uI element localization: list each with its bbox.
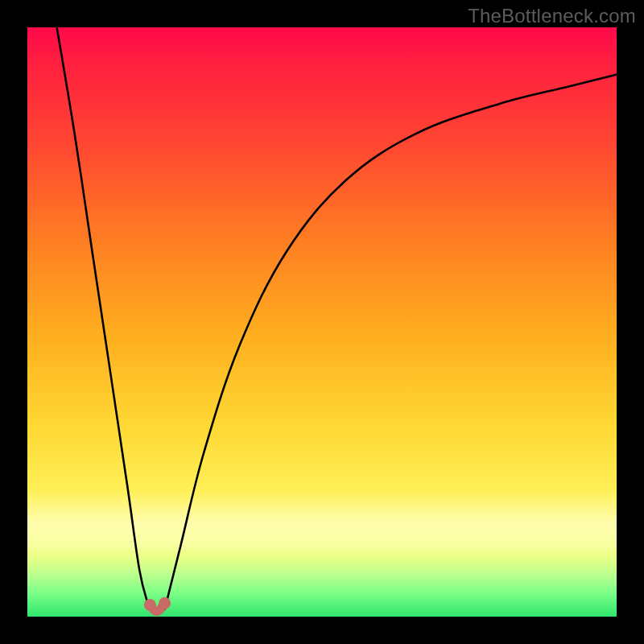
valley-marker-0: [144, 599, 156, 611]
attribution-text: TheBottleneck.com: [468, 5, 636, 27]
chart-frame: TheBottleneck.com: [0, 0, 644, 644]
curve-layer: [27, 27, 617, 617]
plot-area: [27, 27, 617, 617]
valley-marker-1: [159, 597, 171, 609]
bottleneck-curve: [57, 27, 617, 613]
